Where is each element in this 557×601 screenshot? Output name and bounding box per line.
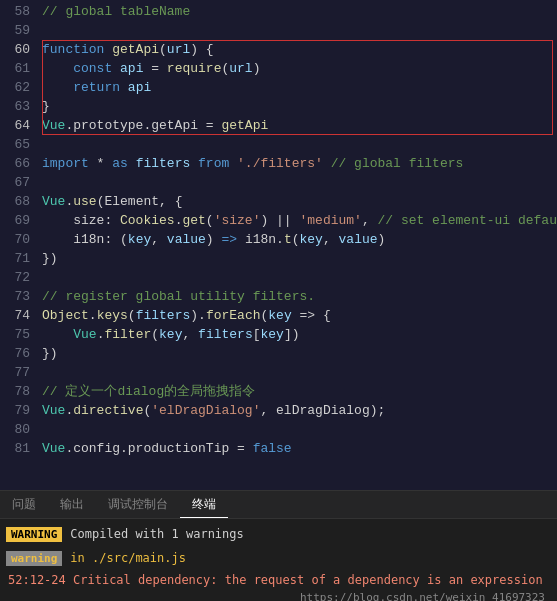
param-token: filters [136,308,191,323]
plain-token: ) { [190,42,213,57]
url-line: https://blog.csdn.net/weixin_41697323 [6,591,551,601]
comment-token: // global filters [323,156,463,171]
code-line: Object.keys(filters).forEach(key => { [38,306,557,325]
code-editor[interactable]: 5859606162636465666768697071727374757677… [0,0,557,490]
comment-token: // register global utility filters. [42,289,315,304]
code-line [38,21,557,40]
panel-tab-终端[interactable]: 终端 [180,491,228,518]
fn-name-token: use [73,194,96,209]
panel-content: WARNING Compiled with 1 warnings warning… [0,519,557,601]
keyword-token: return [73,80,128,95]
code-line: }) [38,344,557,363]
line-number: 81 [0,439,30,458]
string-token: 'elDragDialog' [151,403,260,418]
error-line: 52:12-24 Critical dependency: the reques… [6,571,551,589]
panel-tab-输出[interactable]: 输出 [48,491,96,518]
line-number: 58 [0,2,30,21]
fn-name-token: require [167,61,222,76]
keyword-token: as [112,156,135,171]
plain-token: .config.productionTip = [65,441,252,456]
fn-name-token: getApi [221,118,268,133]
line-number: 78 [0,382,30,401]
warning-badge-2: warning [6,551,62,566]
line-number: 76 [0,344,30,363]
fn-name-token: get [182,213,205,228]
code-line: const api = require(url) [38,59,557,78]
plain-token: ). [190,308,206,323]
plain-token: .prototype.getApi = [65,118,221,133]
code-line: Vue.filter(key, filters[key]) [38,325,557,344]
plain-token: ( [159,42,167,57]
vue-token: Vue [42,194,65,209]
plain-token: => { [292,308,331,323]
warning-text-1: Compiled with 1 warnings [70,527,243,541]
plain-token [42,80,73,95]
fn-name-token: getApi [112,42,159,57]
line-numbers: 5859606162636465666768697071727374757677… [0,0,38,490]
plain-token: ) [206,232,222,247]
string-token: 'medium' [299,213,361,228]
fn-name-token: directive [73,403,143,418]
plain-token: , [323,232,339,247]
line-number: 65 [0,135,30,154]
param-token: value [339,232,378,247]
plain-token: ( [292,232,300,247]
code-line: i18n: (key, value) => i18n.t(key, value) [38,230,557,249]
code-line [38,420,557,439]
fn-name-token: t [284,232,292,247]
line-number: 74 [0,306,30,325]
plain-token: }) [42,346,58,361]
keyword-token: => [221,232,237,247]
fn-name-token: filter [104,327,151,342]
panel-tab-调试控制台[interactable]: 调试控制台 [96,491,180,518]
keyword-token: from [190,156,237,171]
fn-name-token: forEach [206,308,261,323]
warning-line-1: WARNING Compiled with 1 warnings [6,523,551,545]
param-token: api [120,61,143,76]
line-number: 68 [0,192,30,211]
warning-badge-1: WARNING [6,527,62,542]
vue-token: Vue [42,118,65,133]
code-line: // global tableName [38,2,557,21]
vue-token: Vue [42,441,65,456]
code-line: Vue.prototype.getApi = getApi [38,116,557,135]
param-token: key [300,232,323,247]
warning-text-2: in ./src/main.js [70,551,186,565]
bottom-panel: 问题输出调试控制台终端 WARNING Compiled with 1 warn… [0,490,557,601]
plain-token: } [42,99,50,114]
param-token: key [261,327,284,342]
plain-token [42,61,73,76]
panel-tabs[interactable]: 问题输出调试控制台终端 [0,491,557,519]
line-number: 79 [0,401,30,420]
code-content: // global tableNamefunction getApi(url) … [38,0,557,490]
line-number: 80 [0,420,30,439]
plain-token: ( [128,308,136,323]
editor-container: 5859606162636465666768697071727374757677… [0,0,557,601]
plain-token: }) [42,251,58,266]
fn-name-token: Cookies [120,213,175,228]
line-number: 77 [0,363,30,382]
code-line: return api [38,78,557,97]
param-token: filters [136,156,191,171]
panel-tab-问题[interactable]: 问题 [0,491,48,518]
line-number: 69 [0,211,30,230]
code-line: }) [38,249,557,268]
comment-token: // 定义一个dialog的全局拖拽指令 [42,384,255,399]
plain-token: ( [206,213,214,228]
line-number: 72 [0,268,30,287]
code-line: import * as filters from './filters' // … [38,154,557,173]
line-number: 60 [0,40,30,59]
string-token: './filters' [237,156,323,171]
param-token: api [128,80,151,95]
line-number: 61 [0,59,30,78]
line-number: 59 [0,21,30,40]
vue-token: Vue [73,327,96,342]
plain-token: size: [42,213,120,228]
code-line: // 定义一个dialog的全局拖拽指令 [38,382,557,401]
plain-token: ) [253,61,261,76]
line-number: 70 [0,230,30,249]
code-line: } [38,97,557,116]
keyword-token: const [73,61,120,76]
plain-token: , elDragDialog); [260,403,385,418]
plain-token: . [89,308,97,323]
